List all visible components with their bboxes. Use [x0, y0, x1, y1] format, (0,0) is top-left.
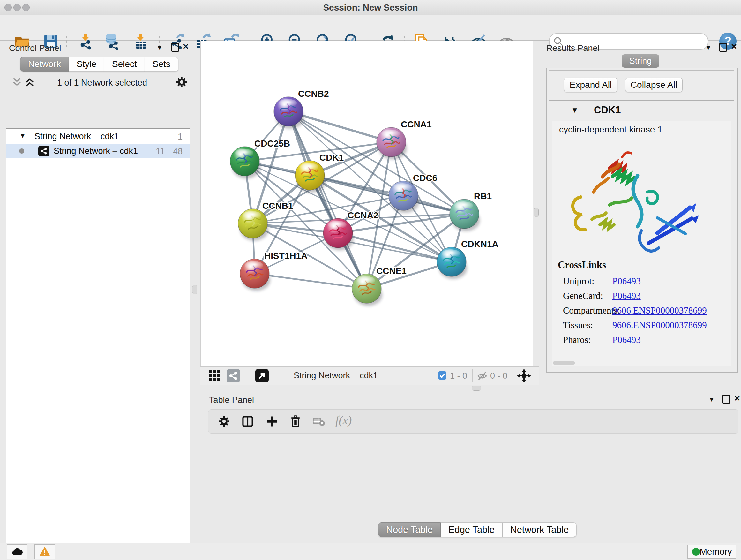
- node-CDKN1A[interactable]: CDKN1A: [437, 239, 498, 279]
- tab-network-table[interactable]: Network Table: [502, 522, 577, 537]
- cloud-icon: [11, 547, 23, 556]
- window-title: Session: New Session: [0, 3, 741, 13]
- entry-details: cyclin-dependent kinase 1: [552, 121, 731, 366]
- delete-column-icon[interactable]: [289, 415, 303, 429]
- control-panel-menu-icon[interactable]: ▼: [156, 44, 163, 52]
- control-panel-close-icon[interactable]: ✕: [183, 43, 189, 51]
- crosslink-link[interactable]: P06493: [612, 276, 641, 287]
- results-panel-close-icon[interactable]: ✕: [731, 43, 737, 51]
- network-options-gear-icon[interactable]: [175, 75, 188, 90]
- entry-hscrollbar-thumb[interactable]: [553, 361, 575, 365]
- node-CDK1[interactable]: CDK1: [295, 152, 344, 192]
- crosslink-label: GeneCard:: [563, 291, 603, 301]
- control-panel-divider-handle[interactable]: [192, 285, 197, 294]
- crosslink-link[interactable]: P06493: [612, 334, 641, 345]
- control-panel-title: Control Panel: [9, 44, 61, 53]
- network-canvas[interactable]: CCNB2CCNA1CDC25BCDK1CDC6RB1CCNB1CCNA2CDK…: [200, 41, 533, 367]
- network-edge-count: 48: [173, 146, 183, 157]
- crosslink-link[interactable]: P06493: [612, 291, 641, 301]
- crosslink-row: Compartments:9606.ENSP00000378699: [552, 303, 731, 318]
- table-settings-gear-icon[interactable]: [217, 415, 231, 429]
- table-panel-menu-icon[interactable]: ▼: [709, 395, 715, 403]
- selected-checkbox-icon: [438, 371, 447, 381]
- network-view-share-icon[interactable]: [226, 369, 240, 382]
- results-panel-menu-icon[interactable]: ▼: [705, 44, 712, 52]
- network-collection-row[interactable]: ▼ String Network – cdk1 1: [6, 129, 190, 144]
- protein-structure-image: [562, 138, 702, 266]
- network-name: String Network – cdk1: [54, 146, 138, 156]
- crosslink-label: Pharos:: [563, 334, 591, 345]
- crosslinks-heading: CrossLinks: [558, 259, 606, 271]
- crosslink-label: Compartments:: [563, 305, 620, 316]
- crosslink-row: Tissues:9606.ENSP00000378699: [552, 318, 731, 333]
- table-panel-float-icon[interactable]: [723, 395, 730, 403]
- crosslink-row: Pharos:P06493: [552, 333, 731, 348]
- entry-collapse-icon[interactable]: ▼: [571, 106, 579, 115]
- create-column-icon[interactable]: [265, 415, 279, 429]
- node-CCNB2[interactable]: CCNB2: [274, 89, 329, 129]
- entry-description: cyclin-dependent kinase 1: [559, 125, 663, 135]
- detach-view-icon[interactable]: [255, 369, 269, 382]
- control-panel: Control Panel ▼ ✕ Network Style Select S…: [0, 40, 200, 543]
- grid-view-icon[interactable]: [209, 370, 221, 383]
- node-HIST1H1A[interactable]: HIST1H1A: [240, 251, 307, 291]
- view-toolbar-separator: [472, 369, 473, 382]
- node-CDC6[interactable]: CDC6: [389, 173, 437, 213]
- hidden-counts: 0 - 0: [490, 371, 508, 381]
- collapse-all-button[interactable]: Collapse All: [625, 78, 683, 92]
- results-panel-float-icon[interactable]: [719, 43, 727, 52]
- entry-gene-name: CDK1: [594, 105, 621, 116]
- expand-collapse-bar: Expand All Collapse All: [549, 70, 734, 99]
- collection-expand-icon[interactable]: ▼: [19, 132, 26, 140]
- memory-status-dot: [692, 548, 700, 556]
- crosslink-label: Uniprot:: [563, 276, 594, 287]
- birds-eye-crosshair-icon[interactable]: [517, 369, 531, 384]
- table-panel-divider-handle[interactable]: [472, 386, 481, 391]
- collapse-all-networks-icon[interactable]: [11, 77, 22, 89]
- network-row[interactable]: String Network – cdk1 11 48: [6, 144, 190, 159]
- table-panel-close-icon[interactable]: ✕: [734, 394, 740, 402]
- network-view-toolbar: String Network – cdk1 1 - 0 0 - 0: [200, 366, 539, 385]
- expand-all-networks-icon[interactable]: [24, 77, 35, 89]
- current-network-dot-icon: [19, 148, 24, 153]
- table-panel: Table Panel ▼ ✕ f(x) shared namenamecano…: [200, 393, 741, 543]
- edge-HIST1H1A-CCNE1: [255, 273, 367, 289]
- delete-table-icon[interactable]: [313, 415, 327, 429]
- tab-edge-table[interactable]: Edge Table: [441, 522, 502, 537]
- network-icon: [38, 145, 49, 157]
- show-columns-icon[interactable]: [241, 415, 255, 429]
- view-toolbar-separator: [281, 369, 281, 382]
- edge-CCNB2-CCNE1: [288, 111, 367, 289]
- node-label-CCNA1: CCNA1: [401, 119, 431, 129]
- warning-icon: [39, 546, 51, 557]
- network-node-count: 11: [156, 146, 165, 157]
- tab-select[interactable]: Select: [105, 57, 145, 71]
- tab-network[interactable]: Network: [20, 57, 69, 71]
- node-CCNA1[interactable]: CCNA1: [377, 119, 431, 159]
- network-tree: ▼ String Network – cdk1 1 String Network…: [6, 128, 190, 560]
- memory-button[interactable]: Memory: [687, 545, 736, 559]
- control-panel-float-icon[interactable]: [172, 43, 179, 52]
- node-RB1[interactable]: RB1: [450, 191, 492, 231]
- function-builder-icon[interactable]: f(x): [335, 414, 364, 428]
- string-results-box: Expand All Collapse All ▼ CDK1 cyclin-de…: [546, 68, 738, 373]
- view-toolbar-separator: [248, 369, 248, 382]
- crosslinks-list: Uniprot:P06493GeneCard:P06493Compartment…: [552, 274, 731, 348]
- tab-string[interactable]: String: [622, 54, 659, 68]
- node-label-CCNB2: CCNB2: [298, 89, 329, 99]
- crosslink-row: Uniprot:P06493: [552, 274, 731, 289]
- node-label-CCNB1: CCNB1: [262, 201, 293, 211]
- node-label-CDK1: CDK1: [320, 152, 344, 163]
- hidden-eye-icon: [477, 370, 488, 382]
- tab-node-table[interactable]: Node Table: [378, 522, 441, 537]
- warning-button[interactable]: [35, 544, 55, 559]
- cloud-button[interactable]: [7, 544, 27, 559]
- crosslink-link[interactable]: 9606.ENSP00000378699: [612, 305, 707, 316]
- crosslink-link[interactable]: 9606.ENSP00000378699: [612, 320, 707, 330]
- tab-style[interactable]: Style: [69, 57, 105, 71]
- results-panel-divider-handle[interactable]: [534, 207, 539, 217]
- results-panel: Results Panel ▼ ✕ String Expand All Coll…: [540, 40, 741, 393]
- node-CCNE1[interactable]: CCNE1: [352, 266, 407, 306]
- tab-sets[interactable]: Sets: [145, 57, 179, 71]
- expand-all-button[interactable]: Expand All: [564, 78, 617, 92]
